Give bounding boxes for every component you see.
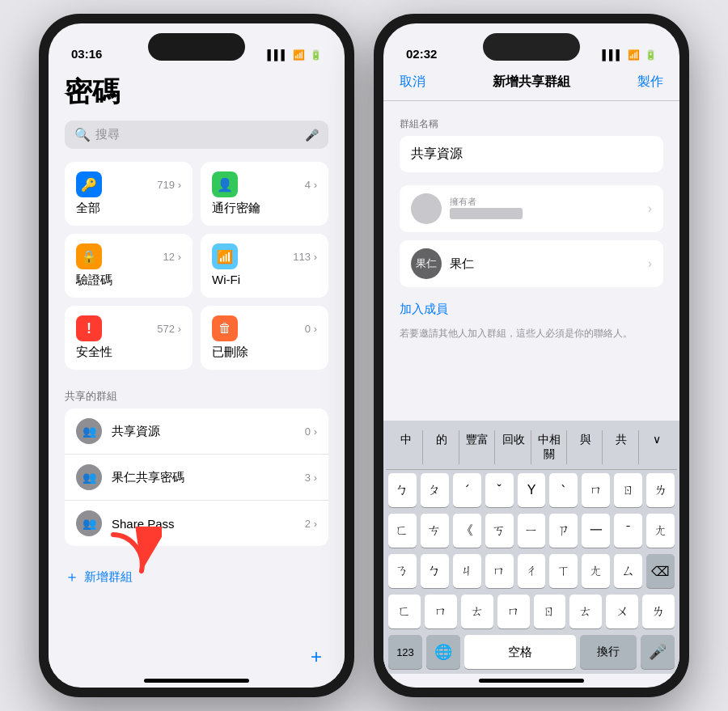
key-me[interactable]: ㄇ	[485, 554, 514, 588]
owner-name-blurred	[450, 208, 523, 219]
key-mo[interactable]: ㄇ	[582, 473, 610, 507]
key-mic[interactable]: 🎤	[641, 635, 675, 669]
fruit-share-count: 3 ›	[305, 472, 317, 484]
shared-resource-label: 共享資源	[112, 424, 295, 439]
suggestion-7[interactable]: 共	[604, 430, 638, 464]
key-guillemet[interactable]: 《	[453, 514, 481, 548]
form-section: 群組名稱 共享資源	[383, 101, 679, 185]
suggestion-6[interactable]: 與	[569, 430, 603, 464]
grid-item-all[interactable]: 🔑 719 › 全部	[65, 162, 193, 226]
wifi-count: 113 ›	[293, 251, 317, 263]
key-te[interactable]: ㄇ	[497, 595, 530, 628]
key-rising[interactable]: ˊ	[453, 473, 481, 507]
security-icon: !	[76, 315, 102, 341]
search-input[interactable]: 搜尋	[95, 127, 300, 142]
key-wu[interactable]: ㄨ	[606, 595, 638, 628]
key-le[interactable]: ㄅ	[421, 554, 449, 588]
key-mu[interactable]: ㄖ	[534, 595, 566, 628]
add-member-note: 若要邀請其他人加入群組，這些人必須是你的聯絡人。	[400, 327, 663, 341]
key-ne2[interactable]: ㄈ	[388, 595, 421, 628]
right-battery-icon: 🔋	[645, 49, 657, 61]
key-lu2[interactable]: ㄌ	[642, 595, 675, 628]
grid-item-wifi[interactable]: 📶 113 › Wi-Fi	[201, 234, 328, 298]
key-falling[interactable]: ˋ	[549, 473, 578, 507]
add-member-button[interactable]: 加入成員	[400, 295, 663, 324]
fruit-member-name: 果仁	[450, 256, 474, 270]
nav-title: 新增共享群組	[493, 74, 570, 91]
owner-avatar	[411, 193, 442, 224]
grid-item-deleted[interactable]: 🗑 0 › 已刪除	[201, 306, 328, 370]
key-si[interactable]: ㄙ	[614, 554, 642, 588]
key-che[interactable]: ㄔ	[518, 554, 546, 588]
add-group-screen: 取消 新增共享群組 製作 群組名稱 共享資源 擁有者	[383, 67, 679, 674]
key-delete[interactable]: ⌫	[646, 554, 675, 588]
add-button[interactable]: +	[311, 645, 322, 668]
key-dash[interactable]: 一	[582, 514, 610, 548]
otp-count: 12 ›	[163, 251, 181, 263]
key-zi[interactable]: ㄗ	[549, 514, 578, 548]
key-ang[interactable]: ㄤ	[646, 514, 675, 548]
suggestion-expand[interactable]: ∨	[641, 430, 674, 464]
keyboard[interactable]: 中 的 豐富 回收 中相關 與 共 ∨ ㄅ ㄆ ˊ ˇ	[383, 421, 679, 674]
key-level[interactable]: ˉ	[614, 514, 642, 548]
suggestion-3[interactable]: 豐富	[461, 430, 495, 464]
key-low[interactable]: ˇ	[485, 473, 514, 507]
key-ku[interactable]: ㄐ	[453, 554, 481, 588]
suggestion-2[interactable]: 的	[425, 430, 459, 464]
key-123[interactable]: 123	[388, 635, 422, 669]
key-row-3: ㄋ ㄅ ㄐ ㄇ ㄔ ㄒ ㄤ ㄙ ⌫	[386, 554, 677, 588]
cancel-button[interactable]: 取消	[400, 74, 425, 91]
key-mo2[interactable]: ㄇ	[425, 595, 457, 628]
suggestion-5[interactable]: 中相關	[533, 430, 567, 464]
key-re[interactable]: ㄖ	[614, 473, 642, 507]
done-button[interactable]: 製作	[637, 74, 663, 91]
fruit-share-label: 果仁共享密碼	[112, 470, 295, 485]
list-item-fruit-share[interactable]: 👥 果仁共享密碼 3 ›	[65, 455, 328, 501]
key-ne[interactable]: ㄋ	[388, 554, 417, 588]
suggestion-4[interactable]: 回收	[497, 430, 531, 464]
add-group-plus-icon: ＋	[65, 567, 79, 586]
all-icon: 🔑	[76, 171, 102, 197]
suggestion-1[interactable]: 中	[389, 430, 423, 464]
key-row-4: ㄈ ㄇ ㄊ ㄇ ㄖ ㄊ ㄨ ㄌ	[386, 595, 677, 628]
key-123-label: 123	[396, 646, 414, 658]
key-globe[interactable]: 🌐	[426, 635, 460, 669]
key-bop[interactable]: ㄅ	[388, 473, 417, 507]
keyboard-bottom-row: 123 🌐 空格 換行 🎤	[386, 635, 677, 669]
key-ang2[interactable]: ㄤ	[582, 554, 610, 588]
list-item-shared-resource[interactable]: 👥 共享資源 0 ›	[65, 408, 328, 455]
key-re2[interactable]: ㄊ	[461, 595, 493, 628]
nav-bar: 取消 新增共享群組 製作	[383, 67, 679, 101]
deleted-label: 已刪除	[212, 345, 317, 360]
key-pho[interactable]: ㄆ	[421, 473, 449, 507]
key-return[interactable]: 換行	[580, 635, 637, 669]
key-zhi[interactable]: Y	[518, 473, 546, 507]
key-xi[interactable]: ㄒ	[549, 554, 578, 588]
grid-item-otp[interactable]: 🔒 12 › 驗證碼	[65, 234, 193, 298]
grid-item-security[interactable]: ! 572 › 安全性	[65, 306, 193, 370]
key-te2[interactable]: ㄊ	[569, 595, 602, 628]
fruit-avatar: 果仁	[411, 248, 442, 279]
search-bar[interactable]: 🔍 搜尋 🎤	[65, 121, 328, 149]
fruit-member-item[interactable]: 果仁 果仁 ›	[400, 240, 663, 287]
fruit-share-icon: 👥	[76, 464, 102, 490]
fruit-member-info: 果仁	[450, 256, 640, 272]
otp-label: 驗證碼	[76, 273, 181, 288]
group-name-input[interactable]: 共享資源	[400, 136, 663, 172]
key-yi[interactable]: ㄧ	[518, 514, 546, 548]
owner-member-item[interactable]: 擁有者 ›	[400, 185, 663, 232]
mic-icon[interactable]: 🎤	[305, 129, 319, 142]
members-section: 擁有者 › 果仁 果仁 › 加入成員 若要邀請其他人加入群組，這些人必須是你的聯…	[383, 185, 679, 341]
add-group-button[interactable]: ＋ 新增群組	[49, 557, 345, 596]
form-label: 群組名稱	[400, 117, 663, 131]
key-ci[interactable]: ㄘ	[421, 514, 449, 548]
grid-item-passkey[interactable]: 👤 4 › 通行密鑰	[201, 162, 328, 226]
key-space[interactable]: 空格	[464, 635, 576, 669]
key-lu[interactable]: ㄌ	[646, 473, 675, 507]
shared-resource-count: 0 ›	[305, 425, 317, 438]
passwords-header: 密碼 🔍 搜尋 🎤	[49, 67, 345, 162]
share-pass-count: 2 ›	[305, 518, 317, 530]
right-status-time: 02:32	[406, 47, 437, 61]
key-fo[interactable]: ㄈ	[388, 514, 417, 548]
key-ke[interactable]: ㄎ	[485, 514, 514, 548]
